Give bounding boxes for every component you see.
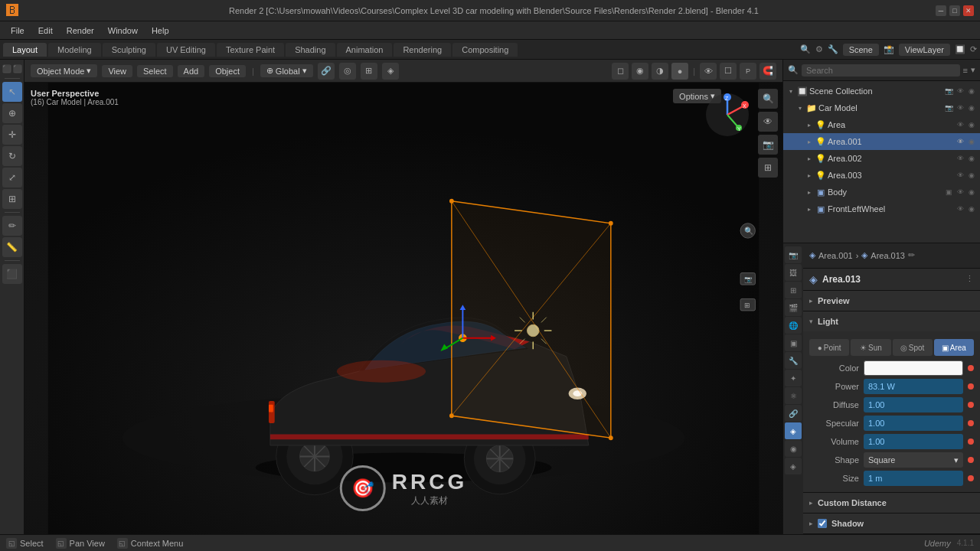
prop-tab-material[interactable]: ◉ [785, 440, 802, 457]
xray-btn[interactable]: ☐ [720, 63, 737, 80]
toolbar-btn-2[interactable]: ⬛ [13, 64, 22, 73]
size-dot[interactable] [968, 475, 974, 481]
wireframe-btn[interactable]: ◻ [612, 63, 629, 80]
object-menu-btn[interactable]: Object [209, 65, 246, 77]
expand-arrow-area002[interactable]: ▸ [805, 154, 814, 163]
body-vis-render-icon[interactable]: ◉ [966, 187, 977, 197]
select-tool[interactable]: ↖ [2, 82, 22, 102]
diffuse-input[interactable]: 1.00 [864, 397, 963, 412]
outliner-search-input[interactable] [802, 64, 960, 77]
close-btn[interactable]: ✕ [963, 5, 974, 16]
menu-file[interactable]: File [5, 24, 31, 37]
transform-btn[interactable]: ⊕ Global ▾ [260, 64, 313, 77]
snap-icon[interactable]: 🔗 [318, 63, 335, 80]
vis-eye-icon[interactable]: 👁 [955, 86, 965, 96]
toolbar-btn-1[interactable]: ⬛ [2, 64, 11, 73]
minimize-btn[interactable]: ─ [936, 5, 946, 16]
power-dot[interactable] [968, 383, 974, 390]
car-vis-camera-icon[interactable]: 📷 [943, 103, 954, 113]
annotate-tool[interactable]: ✏ [2, 216, 22, 236]
tab-sculpting[interactable]: Sculpting [103, 43, 155, 57]
expand-arrow-car[interactable]: ▾ [795, 103, 805, 112]
prop-object-name[interactable]: Area.013 [822, 274, 861, 285]
proportional-icon[interactable]: ◎ [339, 63, 356, 80]
ol-scene-collection[interactable]: ▾ 🔲 Scene Collection 📷 👁 ◉ [783, 83, 980, 99]
light-type-point[interactable]: ● Point [809, 339, 849, 356]
custom-distance-header[interactable]: Custom Distance [803, 493, 980, 513]
prop-tab-scene[interactable]: 🎬 [785, 299, 802, 316]
shadow-section-header[interactable]: Shadow [803, 514, 980, 533]
overlay-btn[interactable]: 👁 [700, 63, 717, 80]
material-preview-btn[interactable]: ◑ [652, 63, 668, 80]
prop-tab-output[interactable]: 🖼 [785, 264, 802, 281]
area-vis-render-icon[interactable]: ◉ [966, 119, 977, 130]
prop-tab-world[interactable]: 🌐 [785, 317, 802, 334]
area002-vis-render-icon[interactable]: ◉ [966, 153, 977, 164]
prop-tab-shader[interactable]: ◈ [785, 458, 802, 474]
area003-vis-render-icon[interactable]: ◉ [966, 170, 977, 181]
object-mode-btn[interactable]: Object Mode ▾ [31, 64, 97, 77]
car-vis-eye-icon[interactable]: 👁 [955, 103, 965, 113]
prop-tab-view-layer[interactable]: ⊞ [785, 282, 802, 298]
snap-btn[interactable]: 🧲 [760, 63, 776, 80]
ol-area002[interactable]: ▸ 💡 Area.002 👁 ◉ [783, 150, 980, 167]
expand-arrow-body[interactable]: ▸ [805, 187, 814, 197]
prop-options-icon[interactable]: ⋮ [965, 274, 974, 284]
tab-uv-editing[interactable]: UV Editing [157, 43, 215, 57]
prop-tab-render[interactable]: 📷 [785, 246, 802, 263]
ol-body[interactable]: ▸ ▣ Body ▣ 👁 ◉ [783, 184, 980, 201]
search-overlay-btn[interactable]: 🔍 [758, 89, 778, 109]
view-layer-selector[interactable]: ViewLayer [899, 44, 950, 56]
prop-tab-modifier[interactable]: 🔧 [785, 352, 802, 369]
node-icon[interactable]: ◈ [382, 63, 399, 80]
expand-arrow-area001[interactable]: ▸ [805, 137, 814, 146]
camera-overlay-btn[interactable]: 📷 [758, 135, 778, 155]
add-menu-btn[interactable]: Add [178, 65, 205, 77]
area-vis-eye-icon[interactable]: 👁 [955, 119, 965, 130]
scale-tool[interactable]: ⤢ [2, 168, 22, 187]
ol-area[interactable]: ▸ 💡 Area 👁 ◉ [783, 116, 980, 133]
power-input[interactable]: 83.1 W [864, 379, 963, 394]
tab-layout[interactable]: Layout [3, 43, 47, 57]
wheel-vis-eye-icon[interactable]: 👁 [955, 204, 965, 214]
prop-tab-particles[interactable]: ✦ [785, 370, 802, 386]
rendered-btn[interactable]: ● [671, 63, 688, 80]
breadcrumb-edit-icon[interactable]: ✏ [908, 250, 915, 260]
viewport[interactable]: Object Mode ▾ View Select Add Object | ⊕… [24, 60, 782, 534]
prop-tab-object[interactable]: ▣ [785, 334, 802, 351]
select-menu-btn[interactable]: Select [137, 65, 173, 77]
menu-render[interactable]: Render [60, 24, 100, 37]
maximize-btn[interactable]: □ [949, 5, 960, 16]
volume-dot[interactable] [968, 439, 974, 445]
grid-overlay-btn[interactable]: ⊞ [758, 158, 778, 178]
area003-vis-eye-icon[interactable]: 👁 [955, 170, 965, 181]
layout-icon[interactable]: ⊞ [361, 63, 377, 80]
tab-modeling[interactable]: Modeling [48, 43, 101, 57]
bottom-select[interactable]: ◱ Select [6, 538, 44, 549]
tab-rendering[interactable]: Rendering [394, 43, 451, 57]
specular-input[interactable]: 1.00 [864, 416, 963, 431]
ol-area001[interactable]: ▸ 💡 Area.001 👁 ◉ [783, 133, 980, 150]
area002-vis-eye-icon[interactable]: 👁 [955, 153, 965, 164]
color-input[interactable] [864, 360, 963, 376]
outliner-options-icon[interactable]: ▾ [971, 65, 975, 75]
ol-car-model[interactable]: ▾ 📁 Car Model 📷 👁 ◉ [783, 99, 980, 116]
tab-compositing[interactable]: Compositing [452, 43, 518, 57]
light-type-spot[interactable]: ◎ Spot [893, 339, 933, 356]
view-overlay-btn[interactable]: 👁 [758, 112, 778, 132]
light-type-area[interactable]: ▣ Area [934, 339, 974, 356]
window-controls[interactable]: ─ □ ✕ [936, 5, 974, 16]
area001-vis-render-icon[interactable]: ◉ [966, 136, 977, 147]
bottom-pan-view[interactable]: ◱ Pan View [56, 538, 105, 549]
specular-dot[interactable] [968, 420, 974, 426]
body-vis-icon[interactable]: ▣ [943, 187, 954, 197]
area001-vis-eye-icon[interactable]: 👁 [955, 136, 965, 147]
volume-input[interactable]: 1.00 [864, 434, 963, 449]
move-tool[interactable]: ✛ [2, 125, 22, 145]
measure-tool[interactable]: 📏 [2, 237, 22, 257]
viewport-scene[interactable]: 🔍 📷 ⊞ User Perspective (16) Car Model [24, 83, 782, 534]
shadow-checkbox[interactable] [818, 519, 827, 528]
color-dot[interactable] [968, 365, 974, 371]
transform-tool[interactable]: ⊞ [2, 189, 22, 209]
expand-arrow-area[interactable]: ▸ [805, 120, 814, 129]
